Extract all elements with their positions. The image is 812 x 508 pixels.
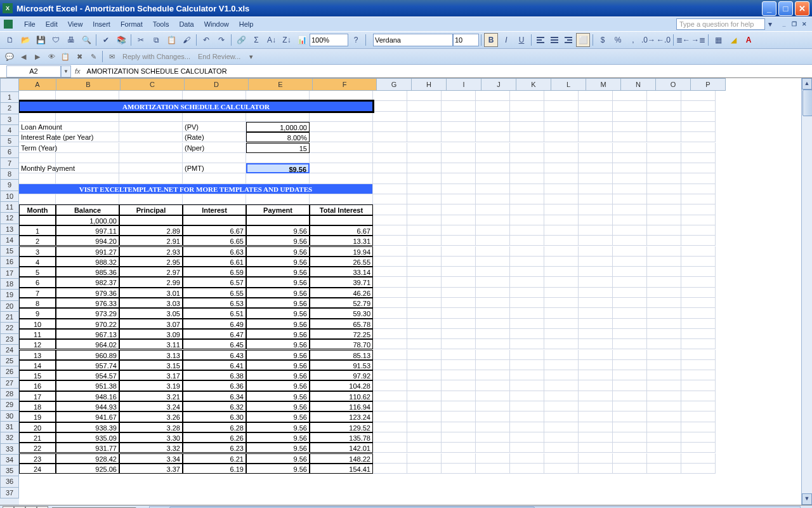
- link-banner[interactable]: VISIT EXCELTEMPLATE.NET FOR MORE TEMPLAT…: [19, 184, 373, 194]
- column-header-B[interactable]: B: [56, 78, 121, 91]
- cell-I6[interactable]: [442, 143, 476, 153]
- cell-K37[interactable]: [510, 464, 544, 474]
- column-header-K[interactable]: K: [516, 78, 551, 91]
- cell-M13[interactable]: [579, 215, 613, 225]
- cell-O30[interactable]: [647, 391, 681, 401]
- cell-O4[interactable]: [647, 122, 681, 132]
- cell-L3[interactable]: [544, 112, 579, 122]
- cell-H34[interactable]: [407, 432, 442, 443]
- cell-M14[interactable]: [579, 225, 613, 236]
- cell-H35[interactable]: [407, 443, 442, 453]
- cell-P9[interactable]: [681, 173, 716, 184]
- cell-O36[interactable]: [647, 453, 681, 464]
- cell-J17[interactable]: [476, 257, 510, 267]
- cell-K32[interactable]: [510, 411, 544, 422]
- column-header-H[interactable]: H: [412, 78, 447, 91]
- cut-icon[interactable]: ✂: [134, 33, 148, 47]
- help-icon[interactable]: ?: [349, 33, 363, 47]
- cell-M17[interactable]: [579, 257, 613, 267]
- cell-P27[interactable]: [681, 360, 716, 370]
- cell-I4[interactable]: [442, 122, 476, 132]
- cell-C7[interactable]: [119, 153, 183, 163]
- cell-N26[interactable]: [613, 350, 647, 360]
- show-all-comments-icon[interactable]: 📋: [59, 51, 72, 62]
- cell-G24[interactable]: [373, 329, 407, 339]
- cell-O7[interactable]: [647, 153, 681, 163]
- cell-K31[interactable]: [510, 401, 544, 411]
- row-header-37[interactable]: 37: [0, 488, 19, 498]
- workbook-close-button[interactable]: ✕: [801, 20, 808, 28]
- cell-P2[interactable]: [681, 101, 716, 111]
- cell-K18[interactable]: [510, 267, 544, 277]
- cell-H8[interactable]: [407, 163, 442, 173]
- row-header-1[interactable]: 1: [0, 92, 19, 103]
- cell-K5[interactable]: [510, 132, 544, 142]
- cell-K28[interactable]: [510, 370, 544, 380]
- cell-A1[interactable]: [19, 91, 56, 101]
- cell-G5[interactable]: [373, 132, 407, 142]
- decrease-decimal-button[interactable]: ←.0: [657, 33, 671, 47]
- cell-M19[interactable]: [579, 277, 613, 287]
- cell-N32[interactable]: [613, 411, 647, 422]
- cell-K8[interactable]: [510, 163, 544, 173]
- cell-B7[interactable]: [56, 153, 119, 163]
- cell-G23[interactable]: [373, 319, 407, 329]
- cell-I33[interactable]: [442, 422, 476, 432]
- cell-L37[interactable]: [544, 464, 579, 474]
- cell-H1[interactable]: [407, 91, 442, 101]
- menu-insert[interactable]: Insert: [88, 19, 115, 29]
- cell-J29[interactable]: [476, 380, 510, 391]
- input-term[interactable]: 15: [246, 143, 310, 153]
- cell-G34[interactable]: [373, 432, 407, 443]
- row-header-18[interactable]: 18: [0, 279, 19, 290]
- cell-K36[interactable]: [510, 453, 544, 464]
- row-header-30[interactable]: 30: [0, 411, 19, 422]
- cell-P7[interactable]: [681, 153, 716, 163]
- cell-K26[interactable]: [510, 350, 544, 360]
- cell-H23[interactable]: [407, 319, 442, 329]
- print-icon[interactable]: 🖶: [64, 33, 78, 47]
- cell-N12[interactable]: [613, 204, 647, 215]
- cell-J12[interactable]: [476, 204, 510, 215]
- cell-H36[interactable]: [407, 453, 442, 464]
- redo-icon[interactable]: ↷: [214, 33, 228, 47]
- cell-G15[interactable]: [373, 236, 407, 246]
- toolbar-options-icon[interactable]: ▾: [245, 51, 258, 62]
- cell-P24[interactable]: [681, 329, 716, 339]
- cell-L29[interactable]: [544, 380, 579, 391]
- cell-P28[interactable]: [681, 370, 716, 380]
- prev-comment-icon[interactable]: ◀: [17, 51, 30, 62]
- cell-O24[interactable]: [647, 329, 681, 339]
- cell-I27[interactable]: [442, 360, 476, 370]
- cell-N17[interactable]: [613, 257, 647, 267]
- align-center-button[interactable]: [548, 34, 561, 46]
- cell-L5[interactable]: [544, 132, 579, 142]
- cell-G20[interactable]: [373, 288, 407, 298]
- cell-H17[interactable]: [407, 257, 442, 267]
- sort-desc-icon[interactable]: Z↓: [280, 33, 294, 47]
- cell-G18[interactable]: [373, 267, 407, 277]
- cell-H12[interactable]: [407, 204, 442, 215]
- menu-edit[interactable]: Edit: [41, 19, 63, 29]
- cell-G17[interactable]: [373, 257, 407, 267]
- cell-H20[interactable]: [407, 288, 442, 298]
- cell-N21[interactable]: [613, 298, 647, 308]
- title-banner[interactable]: AMORTIZATION SCHEDULE CALCULATOR: [19, 101, 373, 111]
- cell-O11[interactable]: [647, 194, 681, 204]
- cell-L13[interactable]: [544, 215, 579, 225]
- show-comment-icon[interactable]: 👁: [45, 51, 58, 62]
- cell-M4[interactable]: [579, 122, 613, 132]
- fx-icon[interactable]: fx: [75, 67, 81, 75]
- cell-J30[interactable]: [476, 391, 510, 401]
- cell-L32[interactable]: [544, 411, 579, 422]
- cell-L27[interactable]: [544, 360, 579, 370]
- cell-H4[interactable]: [407, 122, 442, 132]
- cell-C11[interactable]: [119, 194, 183, 204]
- cell-G1[interactable]: [373, 91, 407, 101]
- cell-H19[interactable]: [407, 277, 442, 287]
- cell-L2[interactable]: [544, 101, 579, 111]
- scroll-up-icon[interactable]: ▲: [802, 78, 812, 90]
- hyperlink-icon[interactable]: 🔗: [234, 33, 248, 47]
- cell-J1[interactable]: [476, 91, 510, 101]
- cell-H9[interactable]: [407, 173, 442, 184]
